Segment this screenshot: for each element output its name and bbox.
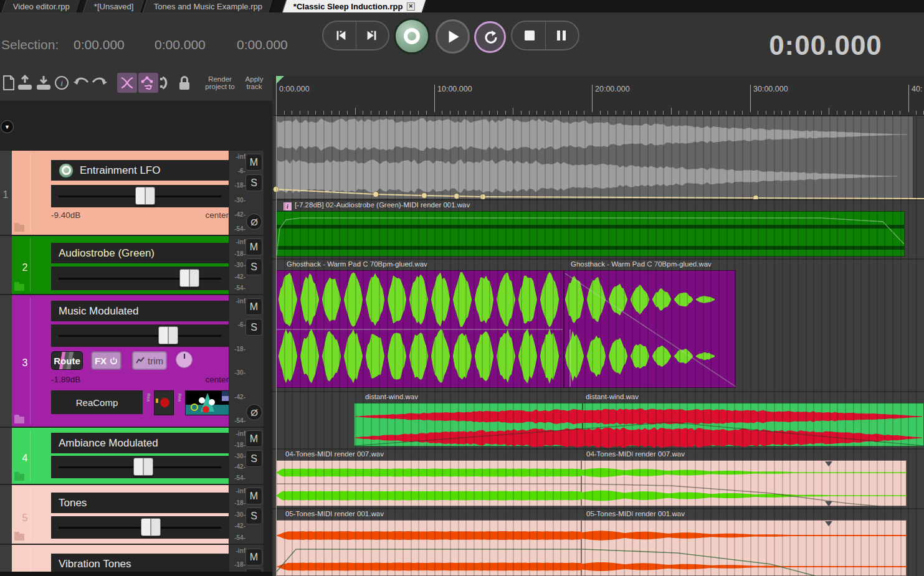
media-item[interactable] xyxy=(354,403,583,446)
volume-handle[interactable] xyxy=(135,187,155,205)
stop-button[interactable] xyxy=(515,21,545,50)
volume-handle[interactable] xyxy=(158,326,178,344)
arrange-track-lane[interactable]: 05-Tones-MIDI render 001.wav05-Tones-MID… xyxy=(272,509,924,576)
play-button[interactable] xyxy=(436,19,470,54)
track-panel-ambiance-modulated[interactable]: 4 Ambiance Modulated -inf-18--30--42--54… xyxy=(0,428,268,484)
trim-envelope-button[interactable]: trim xyxy=(132,351,167,370)
timeline-ruler[interactable]: 0:00.00010:00.00020:00.00030:00.00040: xyxy=(272,76,924,116)
ruler-tick xyxy=(852,111,853,115)
pause-button[interactable] xyxy=(546,21,576,50)
mute-button[interactable]: M xyxy=(245,238,262,255)
media-item[interactable] xyxy=(581,460,907,506)
redo-button[interactable] xyxy=(91,74,108,92)
solo-button[interactable]: S xyxy=(245,450,262,467)
volume-slider[interactable] xyxy=(51,185,229,207)
close-tab-icon[interactable]: ✕ xyxy=(407,2,415,11)
media-item[interactable] xyxy=(276,460,581,506)
route-button[interactable]: Route xyxy=(51,351,83,370)
envelope-points-move-toggle[interactable] xyxy=(138,73,158,93)
tab-tones-example[interactable]: Tones and Music Example.rpp xyxy=(143,0,274,12)
track-name-input[interactable]: Audiostrobe (Green) xyxy=(51,243,229,263)
render-project-button[interactable]: Renderproject to xyxy=(201,75,239,90)
track-name-input[interactable]: Tones xyxy=(51,493,229,513)
arrange-track-lane[interactable]: Ghosthack - Warm Pad C 70Bpm-glued.wavGh… xyxy=(272,260,924,391)
volume-handle[interactable] xyxy=(133,458,153,476)
save-project-button[interactable] xyxy=(35,74,52,92)
track-name-input[interactable]: Ambiance Modulated xyxy=(51,433,229,453)
arrange-track-lane[interactable]: 04-Tones-MIDI render 007.wav04-Tones-MID… xyxy=(272,450,924,508)
go-to-start-button[interactable] xyxy=(326,21,356,50)
media-item[interactable] xyxy=(583,403,924,446)
arrange-track-lane[interactable] xyxy=(272,116,924,199)
solo-button[interactable]: S xyxy=(245,508,262,524)
media-item[interactable] xyxy=(276,270,564,388)
track-list-menu-button[interactable]: ▼ xyxy=(1,120,14,133)
media-item[interactable] xyxy=(276,116,913,199)
phase-button[interactable]: Ø xyxy=(246,404,262,420)
fx-button[interactable]: FX xyxy=(91,351,121,370)
folder-icon[interactable] xyxy=(14,284,24,291)
mute-button[interactable]: M xyxy=(245,154,262,171)
arrange-view[interactable]: i[-7.28dB] 02-Audiostrobe (Green)-MIDI r… xyxy=(272,116,924,576)
solo-button[interactable]: S xyxy=(245,174,262,191)
volume-slider[interactable] xyxy=(51,456,229,478)
track-panel-tones[interactable]: 5 Tones -inf-18--30--42--54- M S xyxy=(0,485,268,544)
undo-button[interactable] xyxy=(72,74,90,92)
folder-icon[interactable] xyxy=(14,417,24,423)
arrange-track-lane[interactable]: distant-wind.wavdistant-wind.wav xyxy=(272,392,924,448)
media-item[interactable] xyxy=(276,520,581,576)
fx-slot-reacomp[interactable]: ReaComp xyxy=(51,390,143,414)
selection-length[interactable]: 0:00.000 xyxy=(237,37,288,52)
tab-classic-sleep-induction[interactable]: *Classic Sleep Induction.rpp ✕ xyxy=(282,0,426,12)
track-panel-entrainment-lfo[interactable]: 1 Entrainment LFO -9.40dBcenter -inf-6--… xyxy=(0,151,268,235)
phase-button[interactable]: Ø xyxy=(246,214,262,230)
go-to-end-button[interactable] xyxy=(357,21,387,50)
track-panel-audiostrobe[interactable]: 2 Audiostrobe (Green) -inf-18--30--42--5… xyxy=(0,236,268,294)
mute-button[interactable]: M xyxy=(245,549,262,565)
tab-unsaved[interactable]: *[Unsaved] xyxy=(83,0,145,12)
ruler-tick xyxy=(774,111,774,115)
volume-slider[interactable] xyxy=(51,516,229,539)
mute-button[interactable]: M xyxy=(245,488,262,504)
folder-icon[interactable] xyxy=(14,225,24,232)
folder-icon[interactable] xyxy=(14,474,24,481)
track-name-input[interactable]: Entrainment LFO xyxy=(51,160,229,181)
track-panel-music-modulated[interactable]: 3 Music Modulated Route FX trim -1.89dBc… xyxy=(0,295,268,427)
record-arm-icon[interactable] xyxy=(59,163,74,178)
arrange-track-lane[interactable]: i[-7.28dB] 02-Audiostrobe (Green)-MIDI r… xyxy=(272,201,924,258)
ruler-time-label: 30:00.000 xyxy=(750,85,788,112)
item-notes-icon[interactable]: i xyxy=(283,202,292,210)
selection-end[interactable]: 0:00.000 xyxy=(155,37,206,52)
media-item[interactable] xyxy=(581,520,907,576)
solo-button[interactable]: S xyxy=(245,319,262,336)
folder-icon[interactable] xyxy=(14,534,24,541)
track-name-input[interactable]: Music Modulated xyxy=(51,301,229,321)
mute-button[interactable]: M xyxy=(245,298,262,315)
repeat-button[interactable] xyxy=(474,21,506,53)
tab-video-editor[interactable]: Video editor.rpp xyxy=(2,0,81,12)
fx-thumbnail[interactable] xyxy=(185,390,231,415)
go-to-end-icon xyxy=(365,29,379,42)
auto-crossfade-toggle[interactable] xyxy=(117,73,137,93)
media-item[interactable] xyxy=(564,270,736,388)
media-item[interactable] xyxy=(276,211,905,257)
open-project-button[interactable] xyxy=(16,74,34,92)
solo-button[interactable]: S xyxy=(245,258,262,275)
project-settings-button[interactable]: i xyxy=(53,74,70,92)
transport-bar: Selection: 0:00.000 0:00.000 0:00.000 0:… xyxy=(0,12,924,65)
time-display[interactable]: 0:00.000 xyxy=(741,30,910,61)
volume-slider[interactable] xyxy=(51,324,229,347)
pan-knob[interactable] xyxy=(176,351,193,368)
volume-handle[interactable] xyxy=(179,269,199,287)
ruler-tick xyxy=(347,111,348,115)
mute-button[interactable]: M xyxy=(245,430,262,447)
lock-toggle[interactable] xyxy=(176,74,193,92)
ripple-edit-toggle[interactable] xyxy=(157,74,174,92)
selection-start[interactable]: 0:00.000 xyxy=(74,37,125,52)
record-button[interactable] xyxy=(394,18,430,54)
new-project-button[interactable] xyxy=(0,74,17,92)
apply-track-button[interactable]: Applytrack xyxy=(242,75,267,90)
volume-handle[interactable] xyxy=(141,518,161,536)
fx-thumbnail[interactable] xyxy=(154,390,174,415)
volume-slider[interactable] xyxy=(51,267,229,290)
